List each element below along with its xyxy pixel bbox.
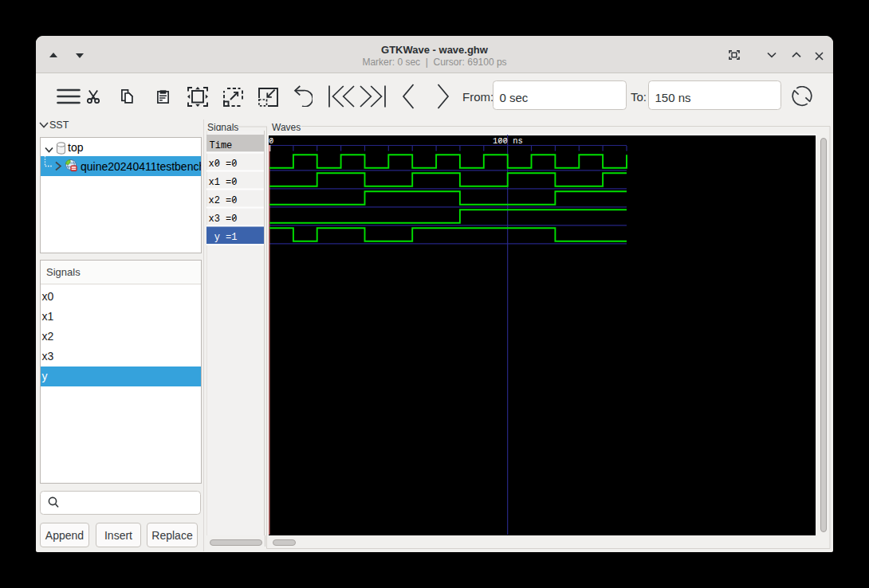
svg-text:x0 =0: x0 =0 (209, 159, 238, 170)
svg-text:quine20240411testbench: quine20240411testbench (81, 160, 201, 173)
svg-text:100 ns: 100 ns (493, 136, 523, 146)
svg-text:0: 0 (269, 136, 273, 146)
svg-text:Time: Time (210, 140, 233, 151)
svg-text:x2 =0: x2 =0 (209, 195, 238, 206)
svg-text:x3 =0: x3 =0 (209, 214, 238, 225)
svg-text:y =1: y =1 (214, 232, 238, 243)
svg-text:x1 =0: x1 =0 (209, 177, 238, 188)
